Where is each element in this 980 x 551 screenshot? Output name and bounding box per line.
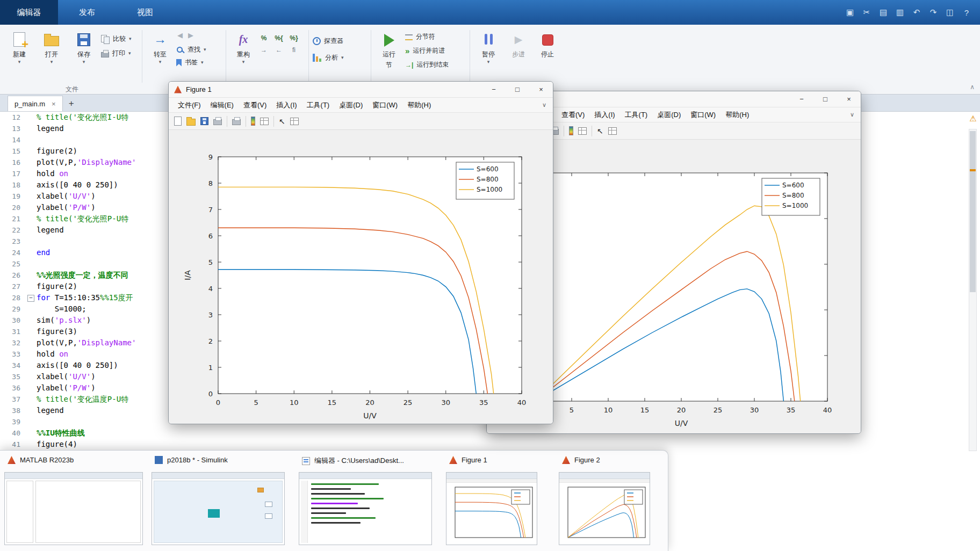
layout-icon[interactable]: ◫ <box>945 8 955 17</box>
line-number[interactable]: 16 <box>0 157 26 168</box>
print-figure-icon[interactable] <box>213 119 222 125</box>
menu-item[interactable]: 插入(I) <box>589 108 619 121</box>
code-analyzer-warning-icon[interactable]: ⚠ <box>967 114 979 124</box>
menu-item[interactable]: 查看(V) <box>557 108 589 121</box>
insert-legend-icon[interactable] <box>260 118 269 125</box>
line-number[interactable]: 20 <box>0 202 26 213</box>
figure1-plot[interactable]: 05101520253035400123456789U/VI/AS=600S=8… <box>169 130 553 424</box>
figure1-titlebar[interactable]: Figure 1 − □ × <box>169 82 553 98</box>
save-figure-icon[interactable] <box>200 117 208 125</box>
tab-view[interactable]: 视图 <box>116 0 174 25</box>
preview-title-figure2[interactable]: Figure 2 <box>562 456 600 464</box>
line-number[interactable]: 15 <box>0 146 26 157</box>
redo-icon[interactable]: ↷ <box>928 8 938 17</box>
menu-item[interactable]: 窗口(W) <box>686 108 720 121</box>
menu-item[interactable]: 文件(F) <box>173 99 206 112</box>
line-number[interactable]: 28 <box>0 292 26 303</box>
line-number[interactable]: 24 <box>0 247 26 258</box>
save-button[interactable]: 保存 ▾ <box>69 28 99 63</box>
line-number[interactable]: 25 <box>0 258 26 270</box>
new-button[interactable]: 新建 ▾ <box>4 28 34 63</box>
menubar-overflow-icon[interactable]: ∨ <box>542 102 549 108</box>
insert-legend-icon[interactable] <box>578 127 587 135</box>
close-button[interactable]: × <box>529 82 553 97</box>
goto-button[interactable]: 转至 ▾ <box>146 28 174 67</box>
uncomment-button[interactable]: %} <box>289 34 299 42</box>
line-number[interactable]: 29 <box>0 303 26 315</box>
preview-title-matlab[interactable]: MATLAB R2023b <box>8 456 74 464</box>
line-number[interactable]: 38 <box>0 405 26 416</box>
minimize-button[interactable]: − <box>482 82 506 97</box>
menu-item[interactable]: 工具(T) <box>302 99 335 112</box>
add-tab-button[interactable]: + <box>63 96 80 111</box>
maximize-button[interactable]: □ <box>506 82 529 97</box>
menu-item[interactable]: 桌面(D) <box>652 108 686 121</box>
preview-thumb-figure2[interactable] <box>559 472 650 545</box>
close-button[interactable]: × <box>837 91 861 107</box>
paste-icon[interactable]: ▥ <box>895 8 905 17</box>
analyze-button[interactable]: 分析 ▾ <box>313 53 366 62</box>
fold-marker-icon[interactable] <box>26 292 37 303</box>
line-number[interactable]: 37 <box>0 394 26 405</box>
new-figure-icon[interactable] <box>174 117 182 126</box>
copy-icon[interactable]: ▤ <box>878 8 888 17</box>
pause-button[interactable]: 暂停 ▾ <box>474 28 503 63</box>
menu-item[interactable]: 帮助(H) <box>402 99 436 112</box>
line-number[interactable]: 31 <box>0 326 26 337</box>
preview-title-simulink[interactable]: p2018b * - Simulink <box>155 456 228 464</box>
open-file-icon[interactable] <box>186 119 196 126</box>
preview-thumb-simulink[interactable] <box>152 472 285 545</box>
step-button[interactable]: 步进 <box>505 28 532 63</box>
indent-right-button[interactable]: → <box>259 46 269 54</box>
preview-title-editor[interactable]: 编辑器 - C:\Users\ad\Deskt... <box>302 456 404 466</box>
code-line[interactable]: 41figure(4) <box>0 439 980 450</box>
menu-item[interactable]: 查看(V) <box>239 99 271 112</box>
compare-button[interactable]: 比较 ▾ <box>101 34 142 44</box>
line-number[interactable]: 35 <box>0 371 26 382</box>
preview-title-figure1[interactable]: Figure 1 <box>449 456 487 464</box>
menu-item[interactable]: 窗口(W) <box>367 99 402 112</box>
indent-left-button[interactable]: ← <box>274 46 284 54</box>
tab-publish[interactable]: 发布 <box>58 0 116 25</box>
line-number[interactable]: 33 <box>0 349 26 360</box>
save-icon[interactable]: ▣ <box>845 8 855 17</box>
find-button[interactable]: 查找 ▾ <box>176 45 221 54</box>
stop-button[interactable]: 停止 <box>534 28 561 63</box>
editor-scrollbar[interactable] <box>969 129 977 451</box>
open-button[interactable]: 打开 ▾ <box>37 28 67 63</box>
line-number[interactable]: 27 <box>0 281 26 292</box>
line-number[interactable]: 12 <box>0 112 26 123</box>
property-inspector-icon[interactable] <box>608 127 617 135</box>
pointer-icon[interactable]: ↖ <box>597 127 603 135</box>
undo-icon[interactable]: ↶ <box>912 8 921 17</box>
scrollbar-thumb[interactable] <box>970 131 976 292</box>
preview-thumb-editor[interactable] <box>299 472 432 545</box>
line-number[interactable]: 40 <box>0 427 26 439</box>
warning-line-marker[interactable] <box>970 169 976 171</box>
line-number[interactable]: 34 <box>0 360 26 371</box>
line-number[interactable]: 18 <box>0 179 26 191</box>
run-section-button[interactable]: 运行 节 <box>375 28 403 70</box>
insert-colorbar-icon[interactable] <box>569 126 573 135</box>
preview-thumb-figure1[interactable] <box>446 472 537 545</box>
menu-item[interactable]: 工具(T) <box>620 108 653 121</box>
refactor-button[interactable]: 重构 ▾ <box>230 28 257 63</box>
minimize-button[interactable]: − <box>790 91 813 107</box>
line-number[interactable]: 41 <box>0 439 26 450</box>
line-number[interactable]: 22 <box>0 224 26 236</box>
pointer-icon[interactable]: ↖ <box>279 117 285 126</box>
line-number[interactable]: 32 <box>0 337 26 349</box>
bookmark-button[interactable]: 书签 ▾ <box>176 58 221 67</box>
line-number[interactable]: 23 <box>0 236 26 247</box>
navigate-back-icon[interactable]: ◀ <box>177 31 183 39</box>
line-number[interactable]: 26 <box>0 270 26 281</box>
preview-thumb-matlab[interactable] <box>4 472 143 545</box>
close-tab-icon[interactable]: × <box>52 100 56 108</box>
menu-item[interactable]: 桌面(D) <box>334 99 367 112</box>
comment-button[interactable]: % <box>259 34 269 42</box>
line-number[interactable]: 21 <box>0 213 26 224</box>
line-number[interactable]: 19 <box>0 191 26 202</box>
smart-indent-button[interactable]: fi <box>289 46 299 54</box>
property-inspector-icon[interactable] <box>290 118 299 125</box>
menubar-overflow-icon[interactable]: ∨ <box>850 111 856 118</box>
